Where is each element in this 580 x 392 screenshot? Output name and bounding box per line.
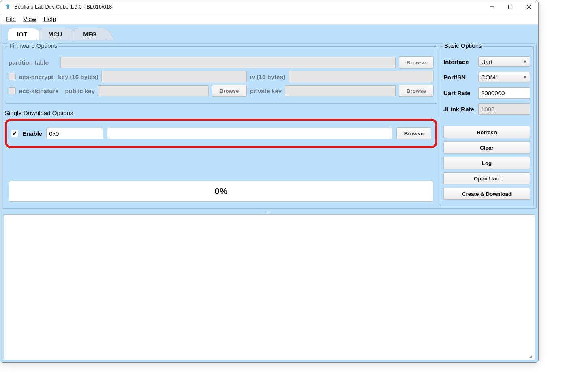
resize-grip-icon[interactable]: ◢ [529, 354, 534, 359]
create-download-button[interactable]: Create & Download [443, 188, 530, 200]
download-path-input[interactable] [107, 128, 392, 139]
uart-rate-input[interactable] [478, 87, 530, 99]
basic-options-title: Basic Options [443, 42, 484, 49]
refresh-button[interactable]: Refresh [443, 126, 530, 138]
progress-bar: 0% [9, 181, 433, 202]
partition-table-label: partition table [9, 59, 57, 66]
private-key-browse-button[interactable]: Browse [399, 85, 434, 97]
menu-file[interactable]: File [6, 15, 16, 22]
tab-strip: IOT MCU MFG [8, 28, 106, 40]
port-value: COM1 [481, 74, 499, 81]
maximize-button[interactable] [501, 0, 520, 13]
aes-encrypt-label: aes-encrypt [19, 73, 53, 80]
client-area: IOT MCU MFG Firmware Options partition t… [0, 25, 538, 362]
open-uart-button[interactable]: Open Uart [443, 172, 530, 184]
chevron-down-icon: ▼ [523, 75, 527, 79]
firmware-options-title: Firmware Options [8, 42, 59, 49]
enable-checkbox[interactable]: ✓ [11, 130, 18, 137]
log-button[interactable]: Log [443, 157, 530, 169]
tab-iot[interactable]: IOT [8, 28, 36, 40]
menu-help[interactable]: Help [43, 15, 56, 22]
aes-encrypt-checkbox[interactable] [9, 73, 16, 80]
private-key-input[interactable] [285, 85, 396, 96]
jlink-rate-label: JLink Rate [443, 106, 475, 113]
tab-mcu[interactable]: MCU [39, 28, 71, 40]
chevron-down-icon: ▼ [523, 59, 527, 64]
partition-browse-button[interactable]: Browse [399, 56, 434, 69]
private-key-label: private key [250, 88, 282, 94]
window-title: Bouffalo Lab Dev Cube 1.9.0 - BL616/618 [14, 4, 482, 10]
interface-value: Uart [481, 58, 492, 65]
menu-view[interactable]: View [23, 15, 36, 22]
interface-label: Interface [443, 58, 475, 65]
uart-rate-label: Uart Rate [443, 90, 475, 96]
splitter-handle[interactable]: •••• [2, 210, 537, 214]
port-select[interactable]: COM1 ▼ [478, 72, 530, 82]
public-key-browse-button[interactable]: Browse [212, 85, 247, 97]
basic-options-group: Basic Options Interface Uart ▼ Port/SN [440, 46, 534, 206]
partition-table-input[interactable] [60, 57, 396, 68]
interface-select[interactable]: Uart ▼ [478, 56, 530, 67]
single-download-section: Single Download Options ✓ Enable Browse [5, 109, 437, 148]
aes-iv-input[interactable] [289, 71, 434, 82]
close-button[interactable] [520, 0, 538, 13]
menubar: File View Help [0, 13, 538, 25]
basic-buttons: Refresh Clear Log Open Uart Create & Dow… [443, 124, 530, 201]
aes-key-input[interactable] [101, 71, 246, 82]
left-column: Firmware Options partition table Browse … [5, 46, 437, 206]
download-address-input[interactable] [46, 128, 103, 139]
titlebar: Bouffalo Lab Dev Cube 1.9.0 - BL616/618 [0, 0, 538, 13]
key-label: key (16 bytes) [58, 73, 98, 80]
upper-area: IOT MCU MFG Firmware Options partition t… [2, 26, 537, 209]
app-window: Bouffalo Lab Dev Cube 1.9.0 - BL616/618 … [0, 0, 539, 363]
public-key-input[interactable] [98, 85, 209, 96]
app-icon [4, 4, 11, 10]
iv-label: iv (16 bytes) [250, 73, 285, 80]
right-column: Basic Options Interface Uart ▼ Port/SN [440, 46, 534, 206]
window-controls [482, 0, 538, 13]
public-key-label: public key [65, 88, 95, 94]
firmware-options-group: Firmware Options partition table Browse … [5, 46, 437, 104]
main-row: Firmware Options partition table Browse … [2, 43, 537, 209]
ecc-signature-checkbox[interactable] [9, 87, 16, 94]
port-label: Port/SN [443, 74, 475, 81]
jlink-rate-input[interactable] [478, 103, 530, 115]
minimize-button[interactable] [482, 0, 501, 13]
log-pane[interactable]: ◢ [4, 214, 535, 360]
single-download-title: Single Download Options [5, 109, 437, 116]
download-browse-button[interactable]: Browse [396, 127, 431, 139]
ecc-signature-label: ecc-signature [19, 88, 59, 94]
single-download-highlight: ✓ Enable Browse [5, 119, 437, 148]
tab-mfg[interactable]: MFG [74, 28, 106, 40]
svg-rect-0 [7, 6, 9, 9]
enable-label: Enable [22, 130, 42, 137]
svg-rect-2 [509, 5, 512, 9]
clear-button[interactable]: Clear [443, 141, 530, 154]
progress-text: 0% [215, 186, 228, 197]
